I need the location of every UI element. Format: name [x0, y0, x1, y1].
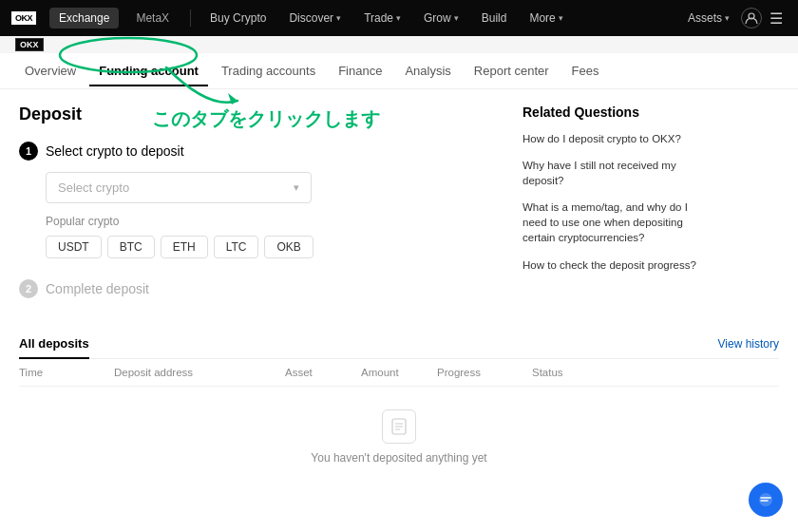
nav-link-build[interactable]: Build	[474, 8, 515, 28]
left-column: Deposit 1 Select crypto to deposit Selec…	[19, 104, 494, 310]
logo: OKX	[11, 11, 36, 25]
chevron-down-icon: ▾	[725, 13, 730, 23]
tab-all-deposits[interactable]: All deposits	[19, 329, 89, 358]
nav-item-overview[interactable]: Overview	[15, 56, 86, 86]
col-amount: Amount	[361, 367, 437, 378]
nav-right: Assets ▾ ☰	[680, 6, 787, 31]
chip-eth[interactable]: ETH	[161, 236, 208, 258]
empty-state-icon	[382, 409, 416, 444]
nav-link-discover[interactable]: Discover ▾	[281, 8, 349, 28]
profile-icon[interactable]	[741, 8, 762, 28]
nav-link-buycrypto[interactable]: Buy Crypto	[202, 8, 274, 28]
chevron-down-icon: ▾	[559, 13, 563, 23]
nav-divider	[190, 10, 191, 27]
svg-marker-2	[228, 93, 238, 104]
chat-button[interactable]	[749, 483, 783, 517]
col-address: Deposit address	[114, 367, 285, 378]
chevron-down-icon: ▾	[336, 13, 341, 23]
chip-ltc[interactable]: LTC	[214, 236, 259, 258]
col-time: Time	[19, 367, 114, 378]
nav-item-report[interactable]: Report center	[465, 56, 559, 86]
nav-item-funding[interactable]: Funding account	[89, 56, 208, 86]
step2-number: 2	[19, 279, 38, 298]
nav-item-fees[interactable]: Fees	[562, 56, 609, 86]
related-q-2[interactable]: Why have I still not received my deposit…	[522, 158, 703, 188]
bottom-section: All deposits View history Time Deposit a…	[0, 329, 798, 487]
step1-number: 1	[19, 142, 38, 161]
step1-text: Select crypto to deposit	[46, 143, 184, 159]
nav-link-trade[interactable]: Trade ▾	[356, 8, 408, 28]
select-crypto-placeholder: Select crypto	[58, 180, 129, 195]
col-asset: Asset	[285, 367, 361, 378]
top-nav: OKX Exchange MetaX Buy Crypto Discover ▾…	[0, 0, 798, 36]
related-q-1[interactable]: How do I deposit crypto to OKX?	[522, 131, 703, 146]
deposits-tabs-row: All deposits View history	[19, 329, 779, 359]
view-history-link[interactable]: View history	[718, 337, 779, 351]
chevron-down-icon: ▾	[454, 13, 459, 23]
nav-link-grow[interactable]: Grow ▾	[416, 8, 466, 28]
svg-point-7	[759, 493, 772, 506]
assets-button[interactable]: Assets ▾	[680, 8, 737, 28]
select-crypto-dropdown[interactable]: Select crypto ▾	[46, 172, 312, 203]
empty-state: You haven't deposited anything yet	[19, 387, 779, 487]
chip-okb[interactable]: OKB	[264, 236, 313, 258]
nav-item-analysis[interactable]: Analysis	[395, 56, 460, 86]
nav-item-finance[interactable]: Finance	[329, 56, 391, 86]
nav-tab-metax[interactable]: MetaX	[126, 8, 179, 28]
dropdown-chevron-icon: ▾	[294, 181, 299, 194]
nav-item-trading[interactable]: Trading accounts	[212, 56, 325, 86]
related-q-4[interactable]: How to check the deposit progress?	[522, 257, 703, 273]
hamburger-icon[interactable]: ☰	[766, 6, 787, 31]
table-header: Time Deposit address Asset Amount Progre…	[19, 359, 779, 387]
okx-mini-badge: OKX	[15, 38, 44, 51]
nav-tab-exchange[interactable]: Exchange	[49, 8, 119, 28]
popular-chips: USDT BTC ETH LTC OKB	[46, 236, 494, 258]
col-status: Status	[532, 367, 608, 378]
popular-crypto-label: Popular crypto	[46, 215, 494, 228]
right-column: Related Questions How do I deposit crypt…	[494, 104, 703, 310]
col-progress: Progress	[437, 367, 532, 378]
chevron-down-icon: ▾	[396, 13, 401, 23]
second-nav: Overview Funding account Trading account…	[0, 53, 798, 89]
step2-text: Complete deposit	[46, 281, 149, 296]
empty-state-text: You haven't deposited anything yet	[311, 451, 486, 465]
nav-link-more[interactable]: More ▾	[522, 8, 570, 28]
related-q-3[interactable]: What is a memo/tag, and why do I need to…	[522, 200, 703, 245]
chip-btc[interactable]: BTC	[107, 236, 155, 258]
main-content: Deposit 1 Select crypto to deposit Selec…	[0, 89, 798, 325]
deposit-title: Deposit	[19, 104, 494, 124]
step1-label: 1 Select crypto to deposit	[19, 142, 494, 161]
logo-text: OKX	[11, 11, 36, 25]
chip-usdt[interactable]: USDT	[46, 236, 102, 258]
step2-label: 2 Complete deposit	[19, 279, 494, 298]
related-questions-title: Related Questions	[522, 104, 703, 120]
